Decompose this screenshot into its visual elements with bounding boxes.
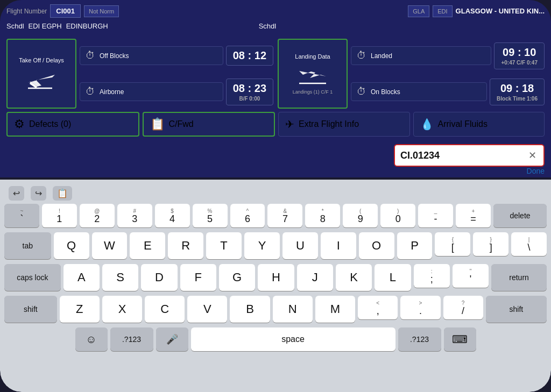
space-key[interactable]: space	[191, 327, 395, 351]
key-e[interactable]: E	[130, 232, 165, 259]
takeoff-section: Take Off / Delays ⏱ Off Blocks	[6, 39, 273, 109]
defects-label: Defects (0)	[29, 119, 71, 129]
key-a[interactable]: A	[63, 264, 100, 291]
key-j[interactable]: J	[297, 264, 333, 291]
off-blocks-label: Off Blocks	[100, 52, 217, 60]
tab-key[interactable]: tab	[4, 232, 51, 259]
extra-flight-info-tile[interactable]: ✈ Extra Flight Info	[278, 112, 410, 137]
clock-icon-offblocks: ⏱	[86, 50, 95, 61]
key-r[interactable]: R	[168, 232, 203, 259]
key-w[interactable]: W	[92, 232, 128, 259]
key-7[interactable]: &7	[267, 204, 302, 227]
key-quote[interactable]: "'	[453, 264, 489, 288]
redo-button[interactable]: ↪	[31, 186, 46, 201]
key-c[interactable]: C	[145, 296, 185, 323]
arrival-fluids-label: Arrival Fluids	[438, 119, 488, 129]
delete-key[interactable]: delete	[493, 204, 547, 227]
keyboard-dismiss-key[interactable]: ⌨	[444, 327, 476, 351]
key-slash[interactable]: ?/	[443, 296, 483, 319]
key-m[interactable]: M	[315, 296, 355, 323]
dep-code: GLA	[408, 5, 429, 17]
right-schdl-label: Schdl	[259, 22, 277, 30]
microphone-key[interactable]: 🎤	[156, 327, 188, 351]
fluids-icon: 💧	[420, 118, 434, 131]
asdf-row: caps lock A S D F G H J K L :; "' return	[2, 264, 549, 291]
key-6[interactable]: ^6	[230, 204, 265, 227]
key-g[interactable]: G	[219, 264, 255, 291]
num123-key[interactable]: .?123	[110, 327, 153, 351]
takeoff-main-tile[interactable]: Take Off / Delays	[6, 39, 76, 109]
key-minus[interactable]: _-	[418, 204, 453, 227]
bottom-row: ☺ .?123 🎤 space .?123 ⌨	[2, 327, 549, 351]
key-k[interactable]: K	[336, 264, 372, 291]
key-9[interactable]: (9	[343, 204, 378, 227]
takeoff-label: Take Off / Delays	[19, 57, 64, 63]
key-bracket-close[interactable]: }]	[473, 232, 508, 256]
key-o[interactable]: O	[359, 232, 394, 259]
number-row: ~` !1 @2 #3 $4 %5 ^6 &7 *8 (9 )0	[2, 204, 549, 227]
key-5[interactable]: %5	[193, 204, 228, 227]
flight-number-value[interactable]: CI001	[50, 4, 81, 18]
clipboard-button[interactable]: 📋	[53, 186, 72, 201]
key-y[interactable]: Y	[244, 232, 280, 259]
caps-lock-key[interactable]: caps lock	[4, 264, 61, 291]
app-area: Flight Number CI001 Not Norm GLA EDI GLA…	[0, 0, 551, 177]
done-button[interactable]: Done	[527, 167, 545, 175]
airborne-label: Airborne	[100, 88, 217, 96]
clear-search-button[interactable]: ✕	[525, 148, 540, 162]
cfwd-tile[interactable]: 📋 C/Fwd	[143, 112, 276, 137]
key-8[interactable]: *8	[305, 204, 340, 227]
key-tilde-grave[interactable]: ~`	[4, 204, 39, 227]
key-t[interactable]: T	[206, 232, 242, 259]
key-u[interactable]: U	[282, 232, 318, 259]
defects-tile[interactable]: ⚙ Defects (0)	[6, 112, 139, 137]
key-1[interactable]: !1	[42, 204, 77, 227]
on-blocks-time[interactable]: 09 : 18 Block Time 1:06	[490, 79, 545, 105]
key-i[interactable]: I	[321, 232, 356, 259]
key-p[interactable]: P	[397, 232, 433, 259]
qwerty-row: tab Q W E R T Y U I O P {[ }] | \	[2, 232, 549, 259]
key-x[interactable]: X	[102, 296, 142, 323]
keyboard-toolbar: ↩ ↪ 📋	[2, 184, 549, 204]
shift-left-key[interactable]: shift	[4, 296, 57, 323]
landed-time[interactable]: 09 : 10 +0:47 C/F 0:47	[494, 42, 545, 69]
key-semicolon[interactable]: :;	[414, 264, 450, 288]
key-bracket-open[interactable]: {[	[435, 232, 470, 256]
left-schedule: Schdl EDI EGPH EDINBURGH	[6, 22, 108, 30]
key-d[interactable]: D	[141, 264, 177, 291]
key-period[interactable]: >.	[400, 296, 440, 319]
key-b[interactable]: B	[230, 296, 270, 323]
takeoff-plane-icon	[25, 67, 58, 91]
off-blocks-tile[interactable]: ⏱ Off Blocks	[80, 46, 223, 65]
airborne-tile[interactable]: ⏱ Airborne	[80, 82, 223, 101]
key-4[interactable]: $4	[155, 204, 190, 227]
on-blocks-tile[interactable]: ⏱ On Blocks	[351, 82, 487, 101]
keyboard-area: ↩ ↪ 📋 ~` !1 @2 #3 $4 %5 ^6 &7 *8	[0, 180, 551, 392]
shift-right-key[interactable]: shift	[486, 296, 547, 323]
key-l[interactable]: L	[375, 264, 411, 291]
search-input[interactable]	[400, 150, 525, 161]
key-n[interactable]: N	[273, 296, 313, 323]
key-3[interactable]: #3	[117, 204, 152, 227]
key-0[interactable]: )0	[380, 204, 415, 227]
return-key[interactable]: return	[491, 264, 547, 291]
undo-button[interactable]: ↩	[9, 186, 24, 201]
key-z[interactable]: Z	[60, 296, 100, 323]
landed-tile[interactable]: ⏱ Landed	[351, 46, 491, 65]
key-comma[interactable]: <,	[358, 296, 398, 319]
key-q[interactable]: Q	[54, 232, 89, 259]
landing-main-tile[interactable]: Landing Data Landings (1) C/F 1	[278, 39, 348, 109]
airborne-time[interactable]: 08 : 23 B/F 0:00	[226, 79, 273, 105]
svg-marker-3	[299, 71, 326, 78]
num123-right-key[interactable]: .?123	[398, 327, 441, 351]
key-v[interactable]: V	[187, 296, 227, 323]
key-h[interactable]: H	[258, 264, 294, 291]
key-backslash[interactable]: | \	[511, 232, 547, 256]
arrival-fluids-tile[interactable]: 💧 Arrival Fluids	[413, 112, 545, 137]
off-blocks-time[interactable]: 08 : 12	[226, 46, 273, 66]
emoji-key[interactable]: ☺	[75, 327, 108, 351]
key-equals[interactable]: +=	[456, 204, 491, 227]
key-f[interactable]: F	[180, 264, 216, 291]
key-s[interactable]: S	[102, 264, 138, 291]
key-2[interactable]: @2	[80, 204, 115, 227]
